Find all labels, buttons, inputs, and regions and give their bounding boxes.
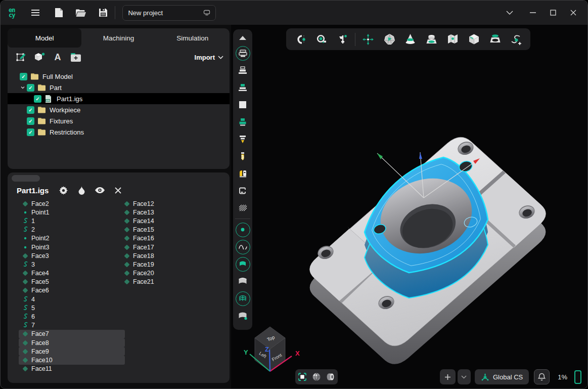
tab-model[interactable]: Model bbox=[8, 28, 81, 48]
minimize-button[interactable] bbox=[523, 4, 543, 21]
list-item-point3[interactable]: Point3 bbox=[19, 243, 125, 251]
list-item-face12[interactable]: Face12 bbox=[120, 199, 224, 208]
list-item-face16[interactable]: Face16 bbox=[120, 234, 224, 243]
list-item-face19[interactable]: Face19 bbox=[120, 260, 224, 269]
machine-icon[interactable] bbox=[233, 45, 252, 62]
save-icon[interactable] bbox=[95, 4, 112, 21]
list-item-face20[interactable]: Face20 bbox=[120, 269, 224, 278]
list-item-face14[interactable]: Face14 bbox=[120, 217, 224, 225]
cs-dropdown-chevron[interactable] bbox=[458, 369, 471, 384]
list-item-5[interactable]: 5 bbox=[19, 304, 125, 312]
list-item-face21[interactable]: Face21 bbox=[120, 278, 224, 286]
tree-item-workpiece[interactable]: ✓Workpiece bbox=[8, 104, 230, 115]
tree-item-full-model[interactable]: ✓Full Model bbox=[8, 71, 230, 82]
list-item-2[interactable]: 2 bbox=[19, 226, 125, 234]
list-item-7[interactable]: 7 bbox=[19, 321, 125, 330]
folder-add-icon[interactable] bbox=[68, 50, 83, 64]
pocket-icon[interactable] bbox=[485, 30, 505, 49]
list-item-face17[interactable]: Face17 bbox=[120, 243, 224, 251]
plane-icon[interactable] bbox=[233, 96, 252, 113]
fit-view-icon[interactable] bbox=[296, 371, 308, 383]
caliper-icon[interactable] bbox=[333, 30, 353, 49]
surface-gray-icon[interactable] bbox=[233, 273, 252, 290]
import-button[interactable]: Import bbox=[195, 54, 223, 61]
boss-icon[interactable] bbox=[422, 30, 442, 49]
list-item-point2[interactable]: Point2 bbox=[19, 234, 125, 243]
shaded-view-icon[interactable] bbox=[310, 371, 323, 383]
list-item-face15[interactable]: Face15 bbox=[120, 226, 224, 234]
surface-tool-icon[interactable] bbox=[233, 255, 252, 273]
notifications-button[interactable] bbox=[534, 369, 550, 384]
polyhedron-icon[interactable] bbox=[379, 30, 399, 49]
checkbox-checked[interactable]: ✓ bbox=[27, 106, 34, 114]
chevron-down-icon[interactable] bbox=[500, 4, 520, 21]
solid-add-icon[interactable] bbox=[32, 50, 47, 64]
list-item-face10[interactable]: Face10 bbox=[19, 356, 125, 364]
surface-point-icon[interactable] bbox=[233, 307, 252, 324]
menu-icon[interactable] bbox=[27, 4, 44, 21]
hatch-icon[interactable] bbox=[233, 199, 252, 217]
transform-move-icon[interactable] bbox=[358, 30, 378, 49]
add-curve-icon[interactable] bbox=[506, 30, 526, 49]
drill-icon[interactable] bbox=[233, 148, 252, 165]
panel-drag-handle[interactable] bbox=[12, 175, 40, 182]
tool-tip-icon[interactable] bbox=[233, 131, 252, 148]
measure-tape-icon[interactable] bbox=[311, 30, 332, 49]
list-item-face18[interactable]: Face18 bbox=[120, 251, 224, 260]
scroll-up-icon[interactable] bbox=[233, 31, 252, 45]
close-icon[interactable] bbox=[112, 185, 123, 196]
add-cs-button[interactable] bbox=[440, 369, 456, 384]
viewport-3d[interactable]: Top Left Front Y Z X Global CS 1% bbox=[231, 25, 588, 389]
section-view-icon[interactable] bbox=[325, 371, 337, 383]
list-item-face4[interactable]: Face4 bbox=[19, 269, 125, 278]
new-file-icon[interactable] bbox=[50, 4, 67, 21]
list-item-face6[interactable]: Face6 bbox=[19, 286, 125, 295]
checkbox-checked[interactable]: ✓ bbox=[27, 117, 34, 125]
list-item-face11[interactable]: Face11 bbox=[19, 365, 125, 373]
checkbox-checked[interactable]: ✓ bbox=[34, 95, 41, 103]
list-item-point1[interactable]: Point1 bbox=[19, 208, 125, 217]
point-tool-icon[interactable] bbox=[233, 221, 252, 238]
tab-machining[interactable]: Machining bbox=[81, 28, 155, 48]
gear-icon[interactable] bbox=[58, 185, 69, 196]
list-item-face8[interactable]: Face8 bbox=[19, 338, 125, 347]
cube-faces-icon[interactable] bbox=[464, 30, 484, 49]
text-icon[interactable]: A bbox=[50, 50, 65, 64]
mesh-tool-icon[interactable] bbox=[233, 290, 252, 307]
unfold-map-icon[interactable] bbox=[443, 30, 463, 49]
list-item-6[interactable]: 6 bbox=[19, 312, 125, 321]
stock-top-icon[interactable] bbox=[233, 79, 252, 96]
coordinate-system-button[interactable]: Global CS bbox=[475, 369, 529, 384]
checkbox-checked[interactable]: ✓ bbox=[20, 73, 27, 80]
fixture-icon[interactable] bbox=[233, 165, 252, 182]
eye-icon[interactable] bbox=[94, 185, 105, 196]
tree-item-part[interactable]: ✓Part bbox=[8, 82, 230, 93]
close-button[interactable] bbox=[563, 4, 583, 21]
snap-magnet-icon[interactable] bbox=[290, 30, 310, 49]
open-folder-icon[interactable] bbox=[72, 4, 89, 21]
list-item-3[interactable]: 3 bbox=[19, 260, 125, 269]
tree-item-fixtures[interactable]: ✓Fixtures bbox=[8, 115, 230, 126]
list-item-face3[interactable]: Face3 bbox=[19, 251, 125, 260]
curve-tool-icon[interactable] bbox=[233, 238, 252, 255]
maximize-button[interactable] bbox=[543, 4, 563, 21]
list-item-face7[interactable]: Face7 bbox=[19, 330, 125, 338]
chevron-down-icon[interactable] bbox=[19, 85, 27, 90]
list-item-4[interactable]: 4 bbox=[19, 295, 125, 304]
tree-item-part1-igs[interactable]: ✓IGSPart1.igs bbox=[8, 93, 230, 104]
checkbox-checked[interactable]: ✓ bbox=[27, 128, 34, 136]
list-item-1[interactable]: 1 bbox=[19, 217, 125, 225]
tree-item-restrictions[interactable]: ✓Restrictions bbox=[8, 126, 230, 138]
checkbox-checked[interactable]: ✓ bbox=[27, 84, 34, 92]
list-item-face2[interactable]: Face2 bbox=[19, 199, 125, 208]
tab-simulation[interactable]: Simulation bbox=[156, 28, 230, 48]
sketch-icon[interactable] bbox=[14, 50, 29, 64]
droplet-icon[interactable] bbox=[76, 185, 87, 196]
box-icon[interactable] bbox=[233, 182, 252, 199]
stock-green-icon[interactable] bbox=[233, 113, 252, 131]
list-item-face5[interactable]: Face5 bbox=[19, 278, 125, 286]
list-item-face9[interactable]: Face9 bbox=[19, 347, 125, 356]
list-item-face13[interactable]: Face13 bbox=[120, 208, 224, 217]
project-name-input[interactable]: New project bbox=[122, 5, 216, 21]
cone-icon[interactable] bbox=[400, 30, 421, 49]
